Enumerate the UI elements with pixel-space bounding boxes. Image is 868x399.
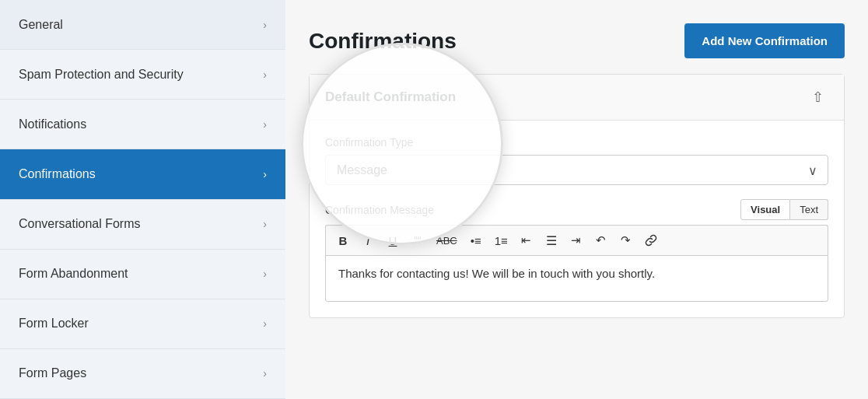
editor-toolbar: B I U ““ ABC •≡ 1≡ ⇤ ☰ ⇥ ↶ ↷ <box>325 225 828 255</box>
confirmation-body: Confirmation Type Message ∨ Confirmation… <box>310 121 844 317</box>
bold-button[interactable]: B <box>332 230 354 250</box>
message-label-row: Confirmation Message Visual Text <box>325 199 828 220</box>
sidebar: General›Spam Protection and Security›Not… <box>0 0 285 399</box>
sidebar-item-general[interactable]: General› <box>0 0 285 50</box>
sidebar-chevron-spam-protection: › <box>263 68 267 81</box>
visual-tab[interactable]: Visual <box>740 199 790 220</box>
undo-button[interactable]: ↶ <box>590 230 612 250</box>
sidebar-chevron-confirmations: › <box>263 168 267 180</box>
sidebar-item-confirmations[interactable]: Confirmations› <box>0 149 285 199</box>
unordered-list-button[interactable]: •≡ <box>465 230 487 250</box>
ordered-list-button[interactable]: 1≡ <box>490 230 513 250</box>
italic-button[interactable]: I <box>357 230 379 250</box>
confirmation-panel: Default Confirmation ⇧ Confirmation Type… <box>309 74 845 318</box>
editor-content[interactable]: Thanks for contacting us! We will be in … <box>325 255 828 302</box>
sidebar-item-label-spam-protection: Spam Protection and Security <box>19 68 184 82</box>
text-tab[interactable]: Text <box>790 199 828 220</box>
sidebar-item-label-general: General <box>19 18 63 32</box>
add-new-confirmation-button[interactable]: Add New Confirmation <box>684 23 845 58</box>
sidebar-chevron-form-abandonment: › <box>263 268 267 280</box>
sidebar-item-conversational-forms[interactable]: Conversational Forms› <box>0 200 285 250</box>
blockquote-button[interactable]: ““ <box>407 230 429 250</box>
sidebar-item-label-form-pages: Form Pages <box>19 366 86 380</box>
confirmation-panel-header: Default Confirmation ⇧ <box>310 75 844 121</box>
redo-button[interactable]: ↷ <box>615 230 637 250</box>
sidebar-item-label-form-locker: Form Locker <box>19 317 89 331</box>
sidebar-item-form-locker[interactable]: Form Locker› <box>0 299 285 349</box>
main-content: Confirmations Add New Confirmation Defau… <box>285 0 868 399</box>
sidebar-chevron-conversational-forms: › <box>263 218 267 230</box>
align-center-button[interactable]: ☰ <box>541 230 562 250</box>
sidebar-item-spam-protection[interactable]: Spam Protection and Security› <box>0 50 285 100</box>
strikethrough-button[interactable]: ABC <box>432 230 462 250</box>
sidebar-item-label-confirmations: Confirmations <box>19 167 96 181</box>
sidebar-item-label-form-abandonment: Form Abandonment <box>19 267 128 281</box>
sidebar-item-label-conversational-forms: Conversational Forms <box>19 217 141 231</box>
sidebar-chevron-form-pages: › <box>263 367 267 380</box>
align-right-button[interactable]: ⇥ <box>565 230 587 250</box>
sidebar-item-notifications[interactable]: Notifications› <box>0 100 285 149</box>
confirmation-type-select[interactable]: Message <box>325 155 828 185</box>
confirmation-panel-title: Default Confirmation <box>325 89 456 105</box>
visual-text-tabs: Visual Text <box>740 199 828 220</box>
align-left-button[interactable]: ⇤ <box>516 230 537 250</box>
confirmation-type-select-wrapper: Message ∨ <box>325 155 828 185</box>
confirmation-type-label: Confirmation Type <box>325 136 828 149</box>
collapse-button[interactable]: ⇧ <box>807 87 828 107</box>
link-button[interactable] <box>640 230 662 250</box>
sidebar-item-form-abandonment[interactable]: Form Abandonment› <box>0 250 285 299</box>
sidebar-item-form-pages[interactable]: Form Pages› <box>0 349 285 399</box>
sidebar-chevron-general: › <box>263 19 267 31</box>
confirmation-message-label: Confirmation Message <box>325 204 434 216</box>
sidebar-chevron-notifications: › <box>263 118 267 131</box>
sidebar-chevron-form-locker: › <box>263 317 267 330</box>
page-title: Confirmations <box>309 29 457 54</box>
main-header: Confirmations Add New Confirmation <box>309 23 845 58</box>
underline-button[interactable]: U <box>382 230 404 250</box>
sidebar-item-label-notifications: Notifications <box>19 117 86 131</box>
